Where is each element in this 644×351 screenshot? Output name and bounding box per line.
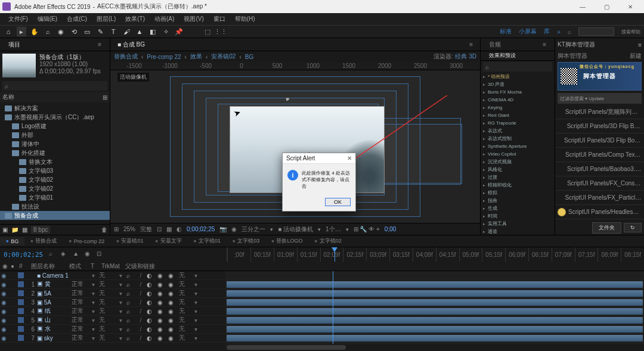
effect-category[interactable]: 模拟: [481, 189, 555, 197]
track-row[interactable]: [225, 316, 644, 325]
timeline-tab[interactable]: 文字镜03: [227, 236, 265, 246]
home-icon[interactable]: ⌂: [4, 27, 13, 36]
puppet-tool-icon[interactable]: 📌: [174, 27, 184, 36]
project-tree-item[interactable]: ▸技法设: [0, 202, 110, 211]
res-dropdown[interactable]: 完整: [140, 225, 152, 234]
icon-tree-icon[interactable]: ⊞: [103, 94, 107, 101]
panel-menu-icon[interactable]: ≡: [465, 40, 478, 49]
track-row[interactable]: [225, 334, 644, 343]
folder-button[interactable]: 文件夹: [592, 222, 621, 234]
project-search-input[interactable]: [2, 81, 107, 91]
roto-tool-icon[interactable]: ✧: [161, 27, 171, 36]
effect-category[interactable]: CINEMA 4D: [481, 96, 555, 104]
effects-search-input[interactable]: [483, 62, 552, 72]
effect-category[interactable]: Boris FX Mocha: [481, 88, 555, 96]
timeline-scrollbar[interactable]: [0, 344, 644, 351]
new-bin-icon[interactable]: ▣: [2, 226, 8, 233]
effect-category[interactable]: Synthetic Aperture: [481, 142, 555, 150]
panel-menu-icon[interactable]: ≡: [638, 42, 642, 48]
selection-tool-icon[interactable]: ▸: [17, 27, 26, 36]
project-tree-item[interactable]: 替换文本: [0, 157, 110, 166]
script-item[interactable]: ScriptUI Panels/Comp Text Animator.jsx: [555, 148, 644, 162]
effect-category[interactable]: 时间: [481, 212, 555, 220]
current-time[interactable]: 0;00;02;25: [0, 251, 47, 259]
workspace-more-icon[interactable]: »: [557, 29, 561, 35]
effect-category[interactable]: RG Trapcode: [481, 119, 555, 127]
minimize-button[interactable]: —: [571, 1, 594, 12]
project-tree-item[interactable]: ▾Logo搭建: [0, 122, 110, 131]
zoom-tool-icon[interactable]: ⌕: [43, 27, 52, 36]
layer-row[interactable]: ◉▸6▣ 水正常▾无▾⌕/◐◉◉无▾: [0, 325, 225, 334]
mask-icon[interactable]: ◐: [177, 226, 182, 232]
new-script-button[interactable]: 新建: [630, 52, 642, 60]
effect-category[interactable]: 过渡: [481, 173, 555, 181]
timeline-tab[interactable]: 安基文字: [150, 236, 188, 246]
effect-category[interactable]: 生成: [481, 204, 555, 212]
hand-tool-icon[interactable]: ✋: [30, 27, 39, 36]
project-tree-item[interactable]: ▾外化搭建: [0, 148, 110, 157]
pen-tool-icon[interactable]: ✎: [95, 27, 105, 36]
column-header[interactable]: 名称: [2, 93, 14, 101]
menu-item[interactable]: 窗口: [209, 14, 230, 24]
guides-icon[interactable]: ⊞ 🔧 👁 +: [354, 226, 380, 232]
timeline-tab[interactable]: 替换LOGO: [265, 236, 308, 246]
new-comp-icon[interactable]: ▦: [22, 226, 27, 233]
bit-depth-chip[interactable]: 8 bpc: [31, 226, 50, 234]
track-row[interactable]: [225, 271, 644, 280]
views-dropdown[interactable]: 1个…: [326, 225, 341, 234]
track-row[interactable]: [225, 298, 644, 307]
menu-item[interactable]: 视图(V): [179, 14, 208, 24]
effect-category[interactable]: 表达式控制: [481, 135, 555, 142]
current-time-indicator-line[interactable]: [333, 271, 333, 344]
workspace-tab[interactable]: 小屏幕: [519, 27, 537, 36]
tl-tool-icon[interactable]: ◈: [61, 250, 69, 259]
effect-category[interactable]: 扭曲: [481, 197, 555, 204]
project-tree-item[interactable]: 文字镜03: [0, 166, 110, 175]
alert-ok-button[interactable]: OK: [325, 198, 351, 206]
snapshot-icon[interactable]: 📷: [219, 226, 227, 232]
effect-category[interactable]: 3D 声道: [481, 80, 555, 88]
camera-dropdown[interactable]: ■ 活动摄像机: [278, 225, 313, 234]
rotate-tool-icon[interactable]: ⟲: [69, 27, 79, 36]
layer-row[interactable]: ◉▸4▣ 纸正常▾无▾⌕/◐◉◉无▾: [0, 307, 225, 316]
panel-menu-icon[interactable]: ≡: [92, 40, 107, 49]
zoom-dropdown[interactable]: 25%: [123, 226, 135, 232]
menu-item[interactable]: 编辑(E): [33, 14, 62, 24]
effect-category[interactable]: Keying: [481, 104, 555, 111]
layer-row[interactable]: ◉▸3▣ 5A正常▾无▾⌕/◐◉◉无▾: [0, 298, 225, 307]
refresh-button[interactable]: ↻: [624, 223, 642, 232]
project-tree-item[interactable]: ▾水墨视频开头演示（CC）.aep: [0, 113, 110, 122]
track-row[interactable]: [225, 325, 644, 334]
frame-time[interactable]: 0;00;02;25: [187, 226, 215, 232]
script-item[interactable]: ScriptUI Panels/3D Flip Book_registratio…: [555, 133, 644, 148]
effects-tab[interactable]: 音频: [483, 39, 507, 50]
brush-tool-icon[interactable]: 🖌: [122, 27, 131, 36]
text-tool-icon[interactable]: T: [109, 27, 118, 36]
project-tree-item[interactable]: ▾解决方案: [0, 104, 110, 113]
close-window-button[interactable]: ✕: [619, 1, 642, 12]
layer-row[interactable]: ◉▸1▣ 黄正常▾无▾⌕/◐◉◉无▾: [0, 280, 225, 289]
timeline-tab[interactable]: 安基镜01: [110, 236, 149, 246]
maximize-button[interactable]: ▢: [595, 1, 618, 12]
alert-close-button[interactable]: ✕: [347, 155, 352, 161]
layer-row[interactable]: ◉▸■ Camera 1▾无▾⌕/◐◉◉无▾: [0, 271, 225, 280]
timeline-ruler[interactable]: ;00f00;15f01;09f01;15f02;09f02;15f03;09f…: [227, 247, 644, 262]
project-tree-item[interactable]: 文字镜02: [0, 175, 110, 184]
align-icon[interactable]: ⋮⋮: [216, 27, 225, 36]
menu-item[interactable]: 动画(A): [150, 14, 179, 24]
effect-category[interactable]: * 动画预设: [481, 73, 555, 80]
effect-category[interactable]: 沉浸式视频: [481, 158, 555, 166]
workspace-tab[interactable]: 库: [544, 27, 550, 36]
menu-item[interactable]: 帮助(H): [230, 14, 260, 24]
tl-tool-icon[interactable]: ⊡: [97, 250, 105, 259]
project-tree-item[interactable]: 文字镜01: [0, 193, 110, 202]
fast-preview-icon[interactable]: ⊡: [157, 226, 162, 232]
scripts-tab[interactable]: KT脚本管理器: [558, 41, 595, 49]
menu-item[interactable]: 效果(T): [120, 14, 150, 24]
project-tab[interactable]: 项目: [2, 39, 26, 50]
resolution-dropdown[interactable]: 三分之一: [242, 225, 265, 234]
orbit-tool-icon[interactable]: ◉: [56, 27, 66, 36]
tl-tool-icon[interactable]: ◉: [85, 250, 93, 259]
stamp-tool-icon[interactable]: ▲: [135, 27, 144, 36]
eraser-tool-icon[interactable]: ◧: [148, 27, 157, 36]
